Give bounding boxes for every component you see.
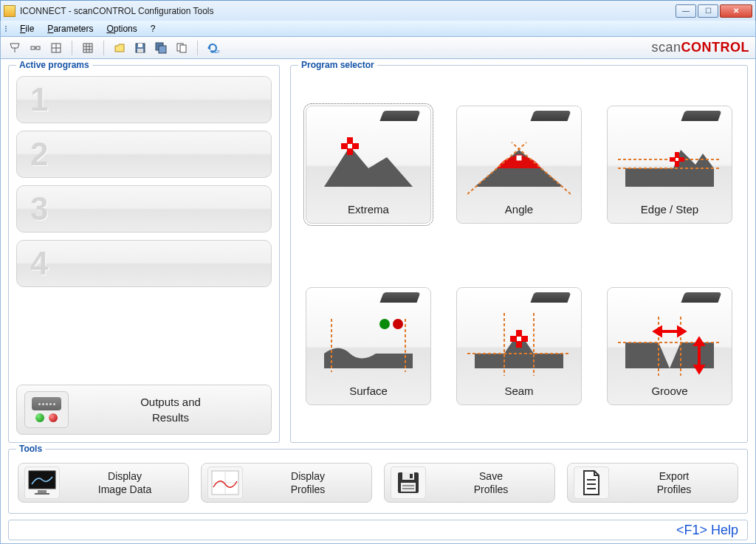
close-button[interactable] [720, 4, 752, 18]
toolbar-separator [197, 41, 198, 55]
svg-rect-19 [180, 45, 186, 52]
maximize-button[interactable] [698, 4, 718, 18]
tool-label: Export Profiles [616, 469, 732, 496]
program-extrema[interactable]: Extrema [306, 106, 431, 224]
angle-icon [463, 121, 575, 200]
toolbar: DEF scanCONTROL [0, 37, 756, 59]
program-selector-legend: Program selector [298, 60, 377, 70]
serial-port-icon [32, 397, 61, 410]
svg-rect-2 [31, 47, 35, 49]
svg-rect-17 [159, 46, 166, 53]
floppy-disk-icon [391, 466, 426, 499]
program-groove[interactable]: Groove [607, 287, 732, 405]
save-profiles-button[interactable]: Save Profiles [384, 463, 555, 503]
folder-tab-icon [379, 292, 420, 303]
svg-marker-0 [10, 44, 19, 48]
folder-tab-icon [530, 111, 571, 121]
folder-tab-icon [530, 292, 571, 303]
slot-number: 1 [30, 81, 48, 118]
export-profiles-button[interactable]: Export Profiles [567, 463, 738, 503]
program-angle[interactable]: Angle [456, 106, 582, 224]
svg-rect-46 [517, 337, 521, 341]
program-slot-2[interactable]: 2 [16, 131, 272, 178]
tool-label: Display Image Data [67, 469, 182, 496]
active-programs-group: Active programs 1 2 3 4 Outputs and Resu… [8, 65, 280, 443]
svg-rect-35 [676, 158, 678, 161]
menu-file[interactable]: File [14, 22, 40, 35]
tool-reset-icon[interactable]: DEF [205, 40, 221, 56]
svg-marker-51 [655, 328, 661, 335]
tools-legend: Tools [16, 444, 45, 454]
tool-table-icon[interactable] [80, 40, 96, 56]
program-slot-4[interactable]: 4 [16, 240, 272, 287]
app-icon [4, 5, 16, 17]
title-bar: ICONNECT - scanCONTROL Configuration Too… [0, 0, 756, 21]
program-slot-3[interactable]: 3 [16, 185, 272, 233]
seam-icon [463, 303, 575, 382]
svg-rect-8 [83, 44, 92, 52]
tool-sensor-icon[interactable] [7, 40, 23, 56]
tool-save-icon[interactable] [132, 40, 148, 56]
program-grid: Extrema Angle [298, 76, 740, 435]
menu-bar: File Parameters Options ? [0, 21, 756, 37]
slot-number: 4 [30, 245, 48, 282]
profile-chart-icon [207, 466, 243, 499]
display-profiles-button[interactable]: Display Profiles [201, 463, 372, 503]
slot-number: 2 [30, 136, 48, 173]
menu-options[interactable]: Options [100, 22, 142, 35]
tool-grid-icon[interactable] [48, 40, 64, 56]
program-slot-1[interactable]: 1 [16, 76, 272, 123]
program-edgestep[interactable]: Edge / Step [607, 106, 732, 224]
svg-rect-57 [38, 490, 47, 493]
outputs-results-button[interactable]: Outputs and Results [16, 385, 272, 435]
program-label: Seam [504, 382, 533, 400]
groove-icon [614, 303, 726, 382]
toolbar-separator [103, 41, 104, 55]
status-leds [35, 413, 58, 422]
minimize-button[interactable] [676, 4, 696, 18]
program-seam[interactable]: Seam [456, 287, 582, 405]
active-programs-legend: Active programs [16, 60, 92, 70]
tool-copy-icon[interactable] [173, 40, 190, 56]
document-icon [574, 466, 609, 499]
brand-logo: scanCONTROL [651, 40, 749, 55]
program-selector-group: Program selector Extrema [290, 65, 748, 443]
window-controls [676, 4, 752, 18]
edgestep-icon [614, 121, 726, 200]
svg-rect-29 [516, 155, 522, 161]
svg-marker-55 [695, 366, 703, 372]
monitor-icon [24, 466, 60, 499]
svg-rect-58 [35, 493, 49, 495]
svg-rect-65 [401, 483, 416, 492]
folder-tab-icon [681, 111, 721, 121]
program-label: Angle [505, 200, 533, 218]
outputs-label: Outputs and Results [78, 394, 264, 425]
tool-label: Save Profiles [433, 469, 549, 496]
display-image-data-button[interactable]: Display Image Data [18, 463, 189, 503]
surface-icon [312, 303, 425, 382]
help-hint: <F1> Help [676, 523, 738, 538]
menu-parameters[interactable]: Parameters [41, 22, 99, 35]
svg-marker-22 [324, 146, 413, 187]
tool-open-icon[interactable] [111, 40, 128, 56]
menu-help[interactable]: ? [145, 22, 162, 35]
led-green-icon [35, 413, 44, 422]
program-label: Groove [651, 382, 687, 400]
tool-label: Display Profiles [250, 469, 365, 496]
outputs-icon [24, 391, 69, 428]
svg-rect-3 [36, 47, 40, 49]
extrema-icon [312, 121, 425, 200]
program-surface[interactable]: Surface [306, 287, 431, 405]
program-label: Extrema [348, 200, 389, 218]
brand-part2: CONTROL [681, 40, 750, 55]
tool-saveall-icon[interactable] [153, 40, 169, 56]
svg-point-39 [393, 319, 403, 329]
svg-text:DEF: DEF [211, 49, 220, 54]
slot-number: 3 [30, 190, 48, 227]
tools-group: Tools Display Image Data Display Profile… [8, 449, 748, 514]
svg-rect-25 [348, 144, 352, 148]
svg-rect-15 [137, 49, 143, 52]
brand-part1: scan [651, 40, 681, 55]
tools-row: Display Image Data Display Profiles [16, 460, 740, 506]
tool-connect-icon[interactable] [27, 40, 44, 56]
